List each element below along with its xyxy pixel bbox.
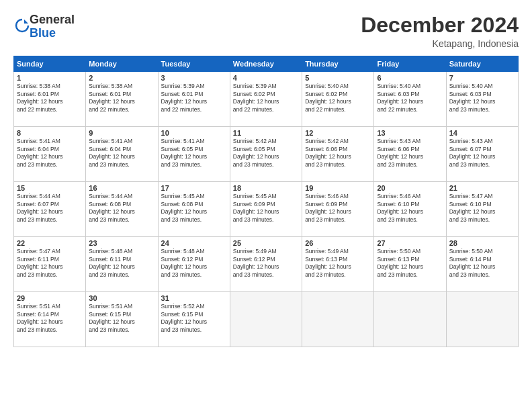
header-sunday: Sunday: [14, 56, 86, 72]
day-info: Sunrise: 5:47 AMSunset: 6:11 PMDaylight:…: [17, 248, 83, 279]
table-row: 11 Sunrise: 5:42 AMSunset: 6:05 PMDaylig…: [230, 127, 302, 182]
day-info: Sunrise: 5:50 AMSunset: 6:13 PMDaylight:…: [377, 248, 443, 279]
logo-icon: [15, 18, 30, 33]
day-info: Sunrise: 5:49 AMSunset: 6:12 PMDaylight:…: [233, 248, 299, 279]
table-row: 25 Sunrise: 5:49 AMSunset: 6:12 PMDaylig…: [230, 237, 302, 292]
day-number: 22: [17, 239, 83, 247]
day-info: Sunrise: 5:48 AMSunset: 6:12 PMDaylight:…: [161, 248, 227, 279]
day-number: 3: [161, 74, 227, 82]
table-row: 1 Sunrise: 5:38 AMSunset: 6:01 PMDayligh…: [14, 72, 86, 127]
day-info: Sunrise: 5:44 AMSunset: 6:07 PMDaylight:…: [17, 193, 83, 224]
day-info: Sunrise: 5:39 AMSunset: 6:01 PMDaylight:…: [161, 83, 227, 113]
day-info: Sunrise: 5:40 AMSunset: 6:02 PMDaylight:…: [305, 83, 371, 113]
calendar-week-row: 8 Sunrise: 5:41 AMSunset: 6:04 PMDayligh…: [14, 127, 519, 182]
day-info: Sunrise: 5:39 AMSunset: 6:02 PMDaylight:…: [233, 83, 299, 113]
table-row: 18 Sunrise: 5:45 AMSunset: 6:09 PMDaylig…: [230, 182, 302, 237]
day-number: 4: [233, 74, 299, 82]
day-number: 28: [449, 239, 515, 247]
table-row: 15 Sunrise: 5:44 AMSunset: 6:07 PMDaylig…: [14, 182, 86, 237]
day-info: Sunrise: 5:41 AMSunset: 6:04 PMDaylight:…: [89, 138, 154, 169]
logo-blue-text: Blue: [30, 26, 56, 40]
table-row: 26 Sunrise: 5:49 AMSunset: 6:13 PMDaylig…: [302, 237, 374, 292]
table-row: 27 Sunrise: 5:50 AMSunset: 6:13 PMDaylig…: [374, 237, 446, 292]
day-number: 8: [17, 129, 83, 137]
day-number: 19: [305, 184, 371, 192]
weekday-header-row: Sunday Monday Tuesday Wednesday Thursday…: [14, 56, 519, 72]
day-info: Sunrise: 5:48 AMSunset: 6:11 PMDaylight:…: [89, 248, 154, 279]
table-row: 7 Sunrise: 5:40 AMSunset: 6:03 PMDayligh…: [446, 72, 518, 127]
day-number: 7: [449, 74, 515, 82]
table-row: 31 Sunrise: 5:52 AMSunset: 6:15 PMDaylig…: [158, 292, 230, 347]
day-info: Sunrise: 5:38 AMSunset: 6:01 PMDaylight:…: [17, 83, 83, 113]
day-number: 9: [89, 129, 154, 137]
calendar-page: General Blue December 2024 Ketapang, Ind…: [0, 0, 532, 411]
day-info: Sunrise: 5:41 AMSunset: 6:04 PMDaylight:…: [17, 138, 83, 169]
day-info: Sunrise: 5:51 AMSunset: 6:14 PMDaylight:…: [17, 303, 83, 334]
day-info: Sunrise: 5:43 AMSunset: 6:07 PMDaylight:…: [449, 138, 515, 169]
day-number: 13: [377, 129, 443, 137]
table-row: 2 Sunrise: 5:38 AMSunset: 6:01 PMDayligh…: [86, 72, 158, 127]
table-row: [302, 292, 374, 347]
day-number: 10: [161, 129, 227, 137]
calendar-week-row: 1 Sunrise: 5:38 AMSunset: 6:01 PMDayligh…: [14, 72, 519, 127]
day-number: 23: [89, 239, 154, 247]
table-row: 10 Sunrise: 5:41 AMSunset: 6:05 PMDaylig…: [158, 127, 230, 182]
table-row: 5 Sunrise: 5:40 AMSunset: 6:02 PMDayligh…: [302, 72, 374, 127]
calendar-week-row: 29 Sunrise: 5:51 AMSunset: 6:14 PMDaylig…: [14, 292, 519, 347]
day-info: Sunrise: 5:42 AMSunset: 6:06 PMDaylight:…: [305, 138, 371, 169]
day-number: 25: [233, 239, 299, 247]
day-info: Sunrise: 5:45 AMSunset: 6:09 PMDaylight:…: [233, 193, 299, 224]
table-row: 17 Sunrise: 5:45 AMSunset: 6:08 PMDaylig…: [158, 182, 230, 237]
calendar-week-row: 15 Sunrise: 5:44 AMSunset: 6:07 PMDaylig…: [14, 182, 519, 237]
calendar-table: Sunday Monday Tuesday Wednesday Thursday…: [13, 56, 519, 347]
table-row: 20 Sunrise: 5:46 AMSunset: 6:10 PMDaylig…: [374, 182, 446, 237]
day-number: 5: [305, 74, 371, 82]
table-row: 21 Sunrise: 5:47 AMSunset: 6:10 PMDaylig…: [446, 182, 518, 237]
day-number: 11: [233, 129, 299, 137]
table-row: 14 Sunrise: 5:43 AMSunset: 6:07 PMDaylig…: [446, 127, 518, 182]
header-thursday: Thursday: [302, 56, 374, 72]
table-row: 4 Sunrise: 5:39 AMSunset: 6:02 PMDayligh…: [230, 72, 302, 127]
day-number: 6: [377, 74, 443, 82]
day-info: Sunrise: 5:50 AMSunset: 6:14 PMDaylight:…: [449, 248, 515, 279]
header-wednesday: Wednesday: [230, 56, 302, 72]
day-info: Sunrise: 5:45 AMSunset: 6:08 PMDaylight:…: [161, 193, 227, 224]
day-info: Sunrise: 5:43 AMSunset: 6:06 PMDaylight:…: [377, 138, 443, 169]
table-row: 28 Sunrise: 5:50 AMSunset: 6:14 PMDaylig…: [446, 237, 518, 292]
day-info: Sunrise: 5:40 AMSunset: 6:03 PMDaylight:…: [377, 83, 443, 113]
table-row: 19 Sunrise: 5:46 AMSunset: 6:09 PMDaylig…: [302, 182, 374, 237]
day-number: 17: [161, 184, 227, 192]
header-monday: Monday: [86, 56, 158, 72]
header-tuesday: Tuesday: [158, 56, 230, 72]
day-info: Sunrise: 5:40 AMSunset: 6:03 PMDaylight:…: [449, 83, 515, 113]
table-row: [374, 292, 446, 347]
month-title: December 2024: [361, 13, 519, 37]
day-number: 12: [305, 129, 371, 137]
day-number: 30: [89, 294, 154, 302]
header-saturday: Saturday: [446, 56, 518, 72]
table-row: 16 Sunrise: 5:44 AMSunset: 6:08 PMDaylig…: [86, 182, 158, 237]
table-row: 8 Sunrise: 5:41 AMSunset: 6:04 PMDayligh…: [14, 127, 86, 182]
table-row: 23 Sunrise: 5:48 AMSunset: 6:11 PMDaylig…: [86, 237, 158, 292]
table-row: 30 Sunrise: 5:51 AMSunset: 6:15 PMDaylig…: [86, 292, 158, 347]
day-info: Sunrise: 5:47 AMSunset: 6:10 PMDaylight:…: [449, 193, 515, 224]
day-info: Sunrise: 5:38 AMSunset: 6:01 PMDaylight:…: [89, 83, 154, 113]
day-number: 15: [17, 184, 83, 192]
day-number: 1: [17, 74, 83, 82]
day-info: Sunrise: 5:49 AMSunset: 6:13 PMDaylight:…: [305, 248, 371, 279]
table-row: 13 Sunrise: 5:43 AMSunset: 6:06 PMDaylig…: [374, 127, 446, 182]
day-number: 24: [161, 239, 227, 247]
day-number: 31: [161, 294, 227, 302]
day-info: Sunrise: 5:46 AMSunset: 6:10 PMDaylight:…: [377, 193, 443, 224]
day-info: Sunrise: 5:52 AMSunset: 6:15 PMDaylight:…: [161, 303, 227, 334]
day-number: 21: [449, 184, 515, 192]
table-row: 3 Sunrise: 5:39 AMSunset: 6:01 PMDayligh…: [158, 72, 230, 127]
table-row: [230, 292, 302, 347]
day-number: 26: [305, 239, 371, 247]
day-info: Sunrise: 5:44 AMSunset: 6:08 PMDaylight:…: [89, 193, 154, 224]
day-info: Sunrise: 5:41 AMSunset: 6:05 PMDaylight:…: [161, 138, 227, 169]
day-number: 27: [377, 239, 443, 247]
day-number: 16: [89, 184, 154, 192]
day-number: 18: [233, 184, 299, 192]
day-number: 14: [449, 129, 515, 137]
